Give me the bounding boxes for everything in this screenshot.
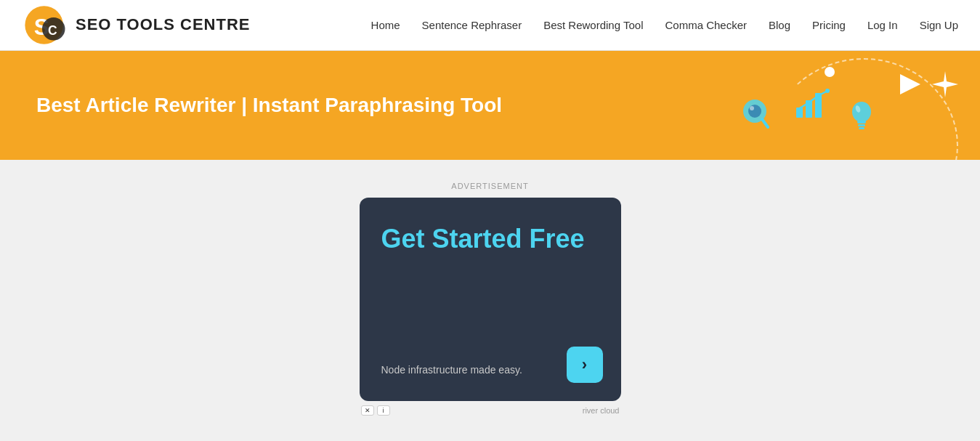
svg-point-12 bbox=[750, 106, 754, 110]
magnifier-icon bbox=[742, 98, 769, 132]
ad-card-cta-button[interactable]: › bbox=[567, 347, 603, 383]
svg-rect-15 bbox=[858, 124, 865, 126]
ad-badge-info[interactable]: i bbox=[377, 405, 390, 416]
nav-best-rewording-tool[interactable]: Best Rewording Tool bbox=[543, 19, 643, 31]
logo-icon: S C bbox=[22, 4, 73, 47]
white-dot-icon bbox=[825, 67, 835, 77]
svg-point-10 bbox=[748, 105, 761, 118]
chart-icon bbox=[795, 87, 835, 123]
hero-banner: Best Article Rewriter | Instant Paraphra… bbox=[0, 51, 980, 160]
logo-link[interactable]: S C SEO TOOLS CENTRE bbox=[22, 4, 251, 47]
ad-badge-close[interactable]: ✕ bbox=[361, 405, 374, 416]
ad-card: Get Started Free Node infrastructure mad… bbox=[360, 198, 621, 401]
ad-card-description: Node infrastructure made easy. bbox=[381, 364, 522, 376]
bulb-icon bbox=[849, 100, 875, 137]
play-arrow-icon bbox=[899, 73, 922, 99]
nav-login[interactable]: Log In bbox=[867, 19, 898, 31]
nav-home[interactable]: Home bbox=[371, 19, 400, 31]
svg-text:C: C bbox=[48, 23, 57, 37]
nav-signup[interactable]: Sign Up bbox=[920, 19, 958, 31]
svg-rect-16 bbox=[859, 127, 864, 129]
ad-footer-badges: ✕ i bbox=[361, 405, 390, 416]
svg-point-7 bbox=[825, 89, 830, 93]
logo-text: SEO TOOLS CENTRE bbox=[76, 16, 251, 33]
svg-marker-8 bbox=[900, 74, 920, 94]
nav-comma-checker[interactable]: Comma Checker bbox=[665, 19, 747, 31]
hero-title: Best Article Rewriter | Instant Paraphra… bbox=[36, 94, 502, 117]
star-icon bbox=[932, 71, 958, 100]
ad-card-title: Get Started Free bbox=[381, 223, 599, 254]
svg-point-13 bbox=[852, 102, 871, 122]
ad-footer-text: river cloud bbox=[583, 406, 620, 415]
header: S C SEO TOOLS CENTRE Home Sentence Rephr… bbox=[0, 0, 980, 51]
main-nav: Home Sentence Rephraser Best Rewording T… bbox=[371, 19, 958, 31]
ad-footer: ✕ i river cloud bbox=[360, 405, 621, 416]
ad-label: ADVERTISEMENT bbox=[451, 182, 528, 190]
nav-sentence-rephraser[interactable]: Sentence Rephraser bbox=[422, 19, 522, 31]
hero-decorations bbox=[653, 51, 980, 160]
nav-pricing[interactable]: Pricing bbox=[812, 19, 846, 31]
svg-rect-14 bbox=[857, 121, 866, 124]
main-content: ADVERTISEMENT Get Started Free Node infr… bbox=[0, 160, 980, 441]
nav-blog[interactable]: Blog bbox=[769, 19, 790, 31]
svg-line-11 bbox=[762, 119, 768, 127]
